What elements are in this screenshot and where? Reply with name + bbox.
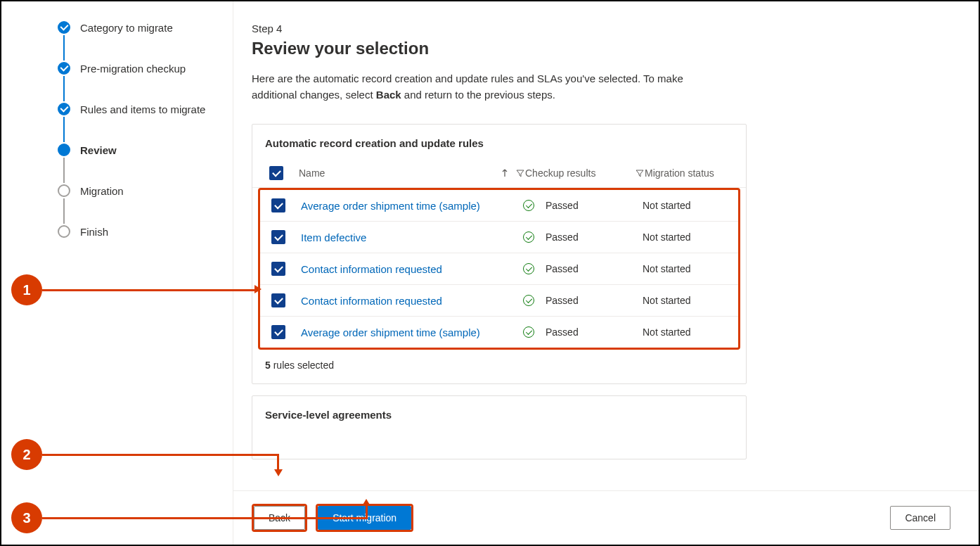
- status-value: Not started: [643, 231, 690, 243]
- arrow-down-icon: [274, 469, 283, 476]
- step-label: Category to migrate: [80, 22, 173, 34]
- intro-text: Here are the automatic record creation a…: [252, 71, 730, 103]
- callout-line: [42, 454, 278, 456]
- step-label: Pre-migration checkup: [80, 63, 186, 75]
- pass-icon: [523, 263, 534, 274]
- col-status-header[interactable]: Migration status: [645, 167, 714, 179]
- pass-icon: [523, 295, 534, 306]
- pass-icon: [523, 231, 534, 243]
- table-row: Item defective Passed Not started: [260, 222, 738, 253]
- check-icon: [58, 21, 70, 34]
- rule-link[interactable]: Average order shipment time (sample): [301, 200, 480, 212]
- callout-line: [42, 517, 367, 519]
- rule-link[interactable]: Contact information requested: [301, 263, 442, 275]
- callout-line: [42, 289, 254, 291]
- connector: [63, 76, 65, 101]
- table-header: Name Checkup results: [252, 159, 746, 188]
- intro-bold: Back: [376, 89, 401, 101]
- col-checkup-header[interactable]: Checkup results: [525, 167, 595, 179]
- rule-link[interactable]: Contact information requested: [301, 295, 442, 307]
- checkup-value: Passed: [546, 326, 579, 338]
- checkup-value: Passed: [546, 200, 579, 211]
- filter-icon[interactable]: [635, 168, 645, 178]
- row-checkbox[interactable]: [271, 198, 285, 212]
- rules-panel: Automatic record creation and update rul…: [252, 124, 747, 384]
- select-all-checkbox[interactable]: [269, 166, 283, 180]
- step-review[interactable]: Review: [58, 144, 219, 184]
- connector: [63, 158, 65, 183]
- step-migration[interactable]: Migration: [58, 184, 219, 225]
- cancel-button[interactable]: Cancel: [890, 506, 950, 530]
- circle-icon: [58, 184, 70, 197]
- page-title: Review your selection: [252, 39, 950, 58]
- main-content: Step 4 Review your selection Here are th…: [233, 1, 979, 545]
- status-value: Not started: [643, 263, 690, 274]
- step-finish[interactable]: Finish: [58, 225, 219, 238]
- checkup-value: Passed: [546, 263, 579, 274]
- connector: [63, 35, 65, 61]
- step-label: Rules and items to migrate: [80, 103, 205, 115]
- table-row: Average order shipment time (sample) Pas…: [260, 190, 738, 222]
- step-label: Review: [80, 144, 117, 156]
- arrow-right-icon: [254, 285, 262, 293]
- callout-line: [366, 505, 368, 519]
- arrow-up-icon: [362, 499, 370, 506]
- sla-panel-title: Service-level agreements: [252, 396, 746, 431]
- table-row: Average order shipment time (sample) Pas…: [260, 317, 738, 348]
- circle-icon: [58, 225, 70, 238]
- connector: [63, 198, 65, 224]
- connector: [63, 117, 65, 142]
- rule-link[interactable]: Average order shipment time (sample): [301, 326, 480, 338]
- rules-rows-highlight: Average order shipment time (sample) Pas…: [258, 188, 740, 350]
- callout-badge-1: 1: [11, 274, 42, 305]
- callout-line: [277, 454, 279, 471]
- check-icon: [58, 103, 70, 115]
- row-checkbox[interactable]: [271, 262, 285, 276]
- selected-count: 5 rules selected: [252, 350, 746, 383]
- callout-badge-3: 3: [11, 502, 42, 533]
- step-label: Migration: [80, 185, 124, 197]
- sla-panel: Service-level agreements: [252, 395, 747, 459]
- status-value: Not started: [643, 326, 690, 338]
- table-row: Contact information requested Passed Not…: [260, 253, 738, 285]
- checkup-value: Passed: [546, 295, 579, 306]
- row-checkbox[interactable]: [271, 293, 285, 307]
- col-name-header[interactable]: Name: [299, 167, 325, 179]
- status-value: Not started: [643, 200, 690, 211]
- row-checkbox[interactable]: [271, 325, 285, 339]
- checkup-value: Passed: [546, 231, 579, 243]
- callout-badge-2: 2: [11, 439, 42, 470]
- sort-asc-icon[interactable]: [500, 168, 510, 178]
- pass-icon: [523, 326, 534, 338]
- step-category[interactable]: Category to migrate: [58, 21, 219, 62]
- filter-icon[interactable]: [515, 168, 525, 178]
- dot-icon: [58, 144, 70, 156]
- table-row: Contact information requested Passed Not…: [260, 285, 738, 317]
- step-label: Finish: [80, 226, 108, 238]
- step-precheck[interactable]: Pre-migration checkup: [58, 62, 219, 103]
- rules-panel-title: Automatic record creation and update rul…: [252, 125, 746, 159]
- step-rules[interactable]: Rules and items to migrate: [58, 103, 219, 144]
- intro-post: and return to the previous steps.: [401, 89, 555, 101]
- step-number: Step 4: [252, 23, 950, 34]
- pass-icon: [523, 200, 534, 211]
- check-icon: [58, 62, 70, 75]
- selected-label: rules selected: [271, 360, 334, 371]
- rule-link[interactable]: Item defective: [301, 231, 366, 243]
- rules-table: Name Checkup results: [252, 159, 746, 350]
- selected-number: 5: [265, 360, 271, 371]
- row-checkbox[interactable]: [271, 230, 285, 244]
- status-value: Not started: [643, 295, 690, 306]
